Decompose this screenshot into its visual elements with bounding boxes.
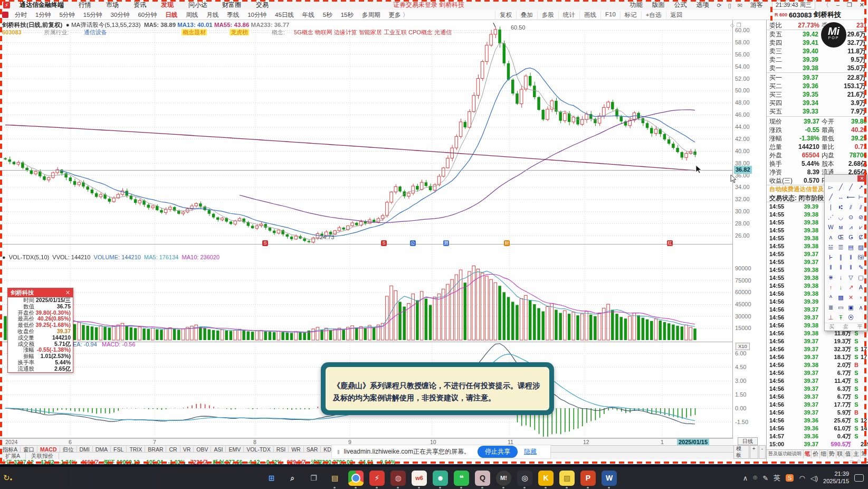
period-5分钟[interactable]: 5分钟 xyxy=(55,12,79,18)
edition-note[interactable]: 普及版功能说明 xyxy=(767,450,804,458)
palette-tool[interactable]: ▻ xyxy=(826,182,836,192)
palette-tool[interactable]: ↑ xyxy=(826,283,836,293)
indicator-tab-FSL[interactable]: FSL xyxy=(111,446,127,453)
period-周线[interactable]: 周线 xyxy=(182,12,202,18)
phone-icon[interactable] xyxy=(2,12,8,18)
indicator-tab-DMI[interactable]: DMI xyxy=(77,446,93,453)
taskbar-clock[interactable]: 21:39 2025/1/15 xyxy=(823,471,849,485)
palette-tool[interactable]: Œ xyxy=(836,232,846,242)
palette-tool[interactable]: ╱ xyxy=(836,182,846,192)
zoom-in-button[interactable]: + xyxy=(750,445,758,459)
period-15秒[interactable]: 15秒 xyxy=(337,12,358,18)
palette-tool[interactable]: ✕ xyxy=(846,293,856,303)
drawing-toolbar-header[interactable]: ✕ xyxy=(825,175,867,182)
menu-item-行情[interactable]: 行情 xyxy=(71,1,99,8)
period-1分钟[interactable]: 1分钟 xyxy=(31,12,55,18)
event-mark[interactable]: 财 xyxy=(504,240,510,246)
mi-app-icon[interactable]: M! xyxy=(496,471,511,486)
period-多周期[interactable]: 多周期 xyxy=(358,12,385,18)
tool-画线[interactable]: 画线 xyxy=(579,11,600,19)
palette-tool[interactable]: ∣ xyxy=(826,202,836,212)
palette-tool[interactable]: ᴍ xyxy=(836,222,846,232)
sticky-notes-icon[interactable]: ▨ xyxy=(559,471,575,486)
palette-tool[interactable]: ⊥ xyxy=(826,313,836,323)
palette-tool[interactable]: ≣ xyxy=(826,303,836,313)
period-月线[interactable]: 月线 xyxy=(202,12,223,18)
palette-tool[interactable]: ʌ xyxy=(826,232,836,242)
message-icon[interactable]: ✉ xyxy=(735,2,746,8)
footer-tab-主[interactable]: 主 xyxy=(852,450,860,458)
kuaishou-icon[interactable]: K xyxy=(538,471,554,486)
palette-tool[interactable]: ☱ xyxy=(826,242,836,252)
indicator-tab-VR[interactable]: VR xyxy=(180,446,194,453)
indicator-tab-归位[interactable]: 归位 xyxy=(60,446,77,453)
indicator-tab-BRAR[interactable]: BRAR xyxy=(145,446,166,453)
tool-+自选[interactable]: +自选 xyxy=(641,11,666,19)
palette-tool[interactable]: ⦀ xyxy=(836,262,846,272)
tool-叠加[interactable]: 叠加 xyxy=(516,11,537,19)
menu-right-公式[interactable]: 公式 xyxy=(669,1,691,8)
task-view-icon[interactable]: ❐ xyxy=(306,471,321,486)
mobile-icon[interactable]: ▯ xyxy=(725,2,735,8)
industry-value[interactable]: 通信设备 xyxy=(84,29,107,35)
period-5秒[interactable]: 5秒 xyxy=(319,12,337,18)
tray-chevron-icon[interactable]: ∧ xyxy=(743,474,748,482)
event-mark[interactable]: S xyxy=(262,240,268,246)
event-mark[interactable]: 公 xyxy=(410,240,416,246)
footer-tab-笔[interactable]: 笔 xyxy=(804,450,812,458)
palette-tool[interactable]: ↔ xyxy=(836,192,846,202)
indicator-tab-RSI[interactable]: RSI xyxy=(274,446,289,453)
powerpoint-icon[interactable]: P xyxy=(580,471,596,486)
renewal-notice[interactable]: 自动续费通达信普及 xyxy=(769,185,824,193)
palette-tool[interactable]: ▣ xyxy=(846,303,856,313)
tool-多股[interactable]: 多股 xyxy=(537,11,558,19)
period-年线[interactable]: 年线 xyxy=(298,12,319,18)
start-icon[interactable]: ⊞ xyxy=(264,471,279,486)
menu-item-资讯[interactable]: 资讯 xyxy=(126,1,154,8)
menu-item-交易[interactable]: 交易 xyxy=(249,1,276,8)
language-indicator[interactable]: 英 xyxy=(774,473,780,483)
palette-tool[interactable]: Ŧ xyxy=(836,313,846,323)
event-mark[interactable]: 红 xyxy=(667,240,673,246)
indicator-tab-指标A[interactable]: 指标A xyxy=(0,446,21,453)
palette-tool[interactable]: ↓ xyxy=(836,283,846,293)
event-mark[interactable]: S xyxy=(381,240,387,246)
palette-tool[interactable]: ⦿ xyxy=(846,313,856,323)
palette-tool[interactable]: ⦀ xyxy=(826,262,836,272)
tool-F10[interactable]: F10 xyxy=(600,11,620,19)
indicator-tab-WR[interactable]: WR xyxy=(289,446,304,453)
palette-tool[interactable]: ⟵ xyxy=(846,192,856,202)
palette-tool[interactable]: ⋇ xyxy=(826,272,836,283)
app-teal-icon[interactable]: ☻ xyxy=(433,471,448,486)
footer-tab-价[interactable]: 价 xyxy=(812,450,819,458)
palette-tool[interactable]: ▽ xyxy=(846,272,856,283)
refresh-icon[interactable]: ⟳ xyxy=(713,2,724,8)
palette-tool[interactable]: ⊙ xyxy=(846,212,856,222)
camera-app-icon[interactable]: ◎ xyxy=(517,471,532,486)
palette-tool[interactable]: ◡ xyxy=(836,212,846,222)
wifi-icon[interactable]: ◠ xyxy=(799,474,805,482)
word-icon[interactable]: W xyxy=(602,471,617,486)
maximize-icon[interactable]: ❐ xyxy=(843,2,856,8)
period-60分钟[interactable]: 60分钟 xyxy=(133,12,161,18)
tongdaxin-icon[interactable]: ⚡ xyxy=(369,471,385,486)
palette-tool[interactable]: ▭ xyxy=(836,303,846,313)
palette-tool[interactable]: ⩘ xyxy=(846,222,856,232)
notification-icon[interactable] xyxy=(854,474,864,482)
search-icon[interactable]: ⌕ xyxy=(285,471,300,486)
palette-tool[interactable]: ∥ xyxy=(836,252,846,262)
indicator-tab-ASI[interactable]: ASI xyxy=(211,446,226,453)
collapse-icon[interactable]: 〈 xyxy=(819,2,833,8)
period-label-box[interactable]: 日线 xyxy=(738,437,758,445)
guest-label[interactable]: 游客 xyxy=(746,1,768,10)
period-分时[interactable]: 分时 xyxy=(11,12,31,18)
popup-header[interactable]: 剑桥科技 ✕ xyxy=(8,288,73,297)
indicator-tab-SAR[interactable]: SAR xyxy=(304,446,321,453)
minimize-icon[interactable]: – xyxy=(833,2,843,8)
tool-统计[interactable]: 统计 xyxy=(558,11,579,19)
footer-tab-势[interactable]: 势 xyxy=(828,450,836,458)
indicator-tab-OBV[interactable]: OBV xyxy=(194,446,211,453)
wenhua6-icon[interactable]: w6 xyxy=(412,471,427,486)
event-mark[interactable]: 测 xyxy=(443,240,449,246)
chart-corner-icons[interactable]: ◇❐ xyxy=(730,22,743,28)
